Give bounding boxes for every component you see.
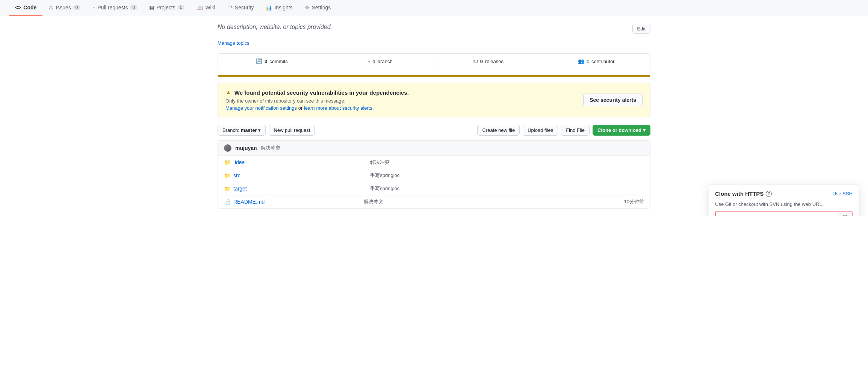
main-content: No description, website, or topics provi… xyxy=(209,16,659,216)
see-security-alerts-button[interactable]: See security alerts xyxy=(583,94,643,106)
alert-triangle-icon: ▲ xyxy=(225,89,231,96)
tab-settings[interactable]: ⚙ Settings xyxy=(299,0,337,16)
alert-subtitle: Only the owner of this repository can se… xyxy=(225,98,583,104)
file-name: src xyxy=(233,172,370,178)
find-file-button[interactable]: Find File xyxy=(561,125,590,136)
branch-left-controls: Branch: master ▾ New pull request xyxy=(218,125,315,136)
branch-icon: ⑂ xyxy=(367,58,370,64)
alert-content: ▲ We found potential security vulnerabil… xyxy=(225,89,583,111)
issues-icon: ⚠ xyxy=(48,5,53,11)
new-pull-request-button[interactable]: New pull request xyxy=(269,125,315,136)
chevron-down-icon: ▾ xyxy=(258,127,261,133)
file-name: README.md xyxy=(233,199,364,205)
manage-topics-link[interactable]: Manage topics xyxy=(218,40,250,46)
table-row: 📁 .idea 解决冲突 xyxy=(218,156,650,169)
releases-stat[interactable]: 🏷 0 releases xyxy=(434,54,543,69)
file-name: target xyxy=(233,186,370,192)
table-row: 📄 README.md 解决冲突 10分钟前 xyxy=(218,195,650,208)
folder-icon: 📁 xyxy=(224,159,230,165)
clipboard-icon: 📋 xyxy=(842,215,848,216)
commits-icon: 🔄 xyxy=(256,58,262,64)
wiki-icon: 📖 xyxy=(197,5,203,11)
clone-url-row: 📋 xyxy=(715,211,853,216)
file-table-header: mujuyan 解决冲突 xyxy=(218,141,650,156)
folder-icon: 📁 xyxy=(224,172,230,178)
table-row: 📁 src 手写springloc xyxy=(218,169,650,182)
security-icon: 🛡 xyxy=(227,5,233,11)
clone-chevron-icon: ▾ xyxy=(643,127,646,133)
info-icon: ? xyxy=(766,191,772,197)
branch-right-controls: Create new file Upload files Find File C… xyxy=(477,125,650,136)
file-commit-message: 手写springloc xyxy=(370,172,644,179)
file-commit-message: 解决冲突 xyxy=(370,159,644,166)
tab-issues[interactable]: ⚠ Issues 0 xyxy=(42,0,86,16)
contributor-stat[interactable]: 👥 1 contributor xyxy=(542,54,650,69)
repo-nav: <> Code ⚠ Issues 0 ⑂ Pull requests 0 ▦ P… xyxy=(0,0,868,16)
language-bar xyxy=(218,75,650,77)
edit-button[interactable]: Edit xyxy=(632,24,650,34)
repo-description-text: No description, website, or topics provi… xyxy=(218,24,332,30)
branch-selector[interactable]: Branch: master ▾ xyxy=(218,125,266,136)
clone-url-input[interactable] xyxy=(716,212,838,216)
tab-code[interactable]: <> Code xyxy=(9,0,42,16)
copy-url-button[interactable]: 📋 xyxy=(838,212,852,216)
alert-title: ▲ We found potential security vulnerabil… xyxy=(225,89,583,96)
branch-toolbar: Branch: master ▾ New pull request Create… xyxy=(218,125,650,136)
security-alert-banner: ▲ We found potential security vulnerabil… xyxy=(218,83,650,117)
tab-pull-requests[interactable]: ⑂ Pull requests 0 xyxy=(86,0,144,16)
releases-icon: 🏷 xyxy=(473,58,478,64)
avatar xyxy=(224,144,231,152)
table-row: 📁 target 手写springloc xyxy=(218,182,650,195)
clone-dropdown-header: Clone with HTTPS ? Use SSH xyxy=(715,190,853,197)
clone-dropdown-panel: Clone with HTTPS ? Use SSH Use Git or ch… xyxy=(709,184,859,216)
tab-projects[interactable]: ▦ Projects 0 xyxy=(143,0,191,16)
tab-insights[interactable]: 📊 Insights xyxy=(260,0,298,16)
repo-description-section: No description, website, or topics provi… xyxy=(218,24,650,34)
file-name: .idea xyxy=(233,159,370,165)
file-icon: 📄 xyxy=(224,199,230,205)
learn-more-link[interactable]: learn more about security alerts xyxy=(304,105,372,111)
clone-title: Clone with HTTPS ? xyxy=(715,190,772,197)
tab-wiki[interactable]: 📖 Wiki xyxy=(191,0,221,16)
create-new-file-button[interactable]: Create new file xyxy=(477,125,520,136)
commits-stat[interactable]: 🔄 3 commits xyxy=(218,54,326,69)
tab-security[interactable]: 🛡 Security xyxy=(221,0,260,16)
file-time: 10分钟前 xyxy=(624,198,644,205)
pull-request-icon: ⑂ xyxy=(92,5,95,11)
clone-subtitle: Use Git or checkout with SVN using the w… xyxy=(715,201,853,207)
file-commit-message: 手写springloc xyxy=(370,185,644,192)
stats-bar: 🔄 3 commits ⑂ 1 branch 🏷 0 releases 👥 1 … xyxy=(218,53,650,69)
insights-icon: 📊 xyxy=(266,5,272,11)
branch-stat[interactable]: ⑂ 1 branch xyxy=(326,54,434,69)
clone-or-download-button[interactable]: Clone or download ▾ xyxy=(593,125,650,136)
manage-notification-link[interactable]: Manage your notification settings xyxy=(225,105,297,111)
projects-icon: ▦ xyxy=(149,5,154,11)
alert-links: Manage your notification settings or lea… xyxy=(225,105,583,111)
file-table: mujuyan 解决冲突 📁 .idea 解决冲突 📁 src 手写spring… xyxy=(218,140,650,209)
code-icon: <> xyxy=(15,5,21,11)
file-commit-message: 解决冲突 xyxy=(364,198,624,205)
upload-files-button[interactable]: Upload files xyxy=(523,125,558,136)
use-ssh-link[interactable]: Use SSH xyxy=(833,191,853,197)
settings-icon: ⚙ xyxy=(305,5,310,11)
folder-icon: 📁 xyxy=(224,186,230,192)
contributor-icon: 👥 xyxy=(578,58,584,64)
